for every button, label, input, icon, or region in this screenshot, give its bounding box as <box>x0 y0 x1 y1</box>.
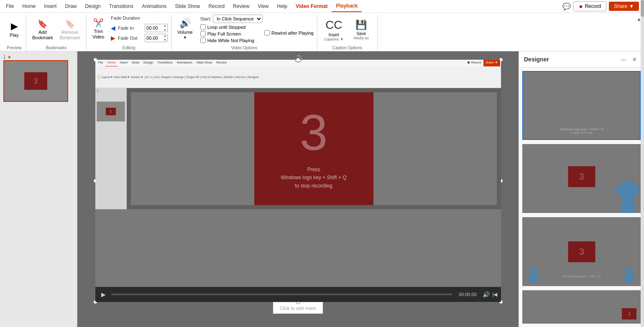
video-options-group-label: Video Options <box>231 45 258 51</box>
play-button[interactable]: ▶ Play <box>6 15 23 44</box>
volume-icon: 🔊 <box>179 18 191 29</box>
loop-checkbox[interactable] <box>200 24 206 30</box>
stop-text: to stop recording <box>281 182 346 190</box>
tab-help[interactable]: Help <box>273 0 291 12</box>
captions-sublabel: Captions ▼ <box>324 37 344 41</box>
shortcut-text: Windows logo key + Shift + Q <box>281 174 346 182</box>
start-label: Start: <box>200 16 211 21</box>
tab-record[interactable]: Record <box>204 0 229 12</box>
nested-main: 1 3 3 Press <box>95 88 501 209</box>
tab-review[interactable]: Review <box>229 0 253 12</box>
slide-big-number: 3 <box>300 107 328 157</box>
slide-1-thumbnail: 3 <box>3 60 68 102</box>
designer-thumb-1[interactable]: 3 Windows logo key + Shift + Q to stop r… <box>522 71 641 140</box>
tab-playback[interactable]: Playback <box>332 0 362 12</box>
captions-group-label: Caption Options <box>332 45 363 51</box>
save-media-button[interactable]: 💾 Save Media as <box>349 15 374 44</box>
rotate-handle[interactable] <box>294 55 302 63</box>
start-row: Start: In Click Sequence Automatically W… <box>200 15 263 23</box>
add-bookmark-button[interactable]: 🔖 AddBookmark <box>30 15 56 44</box>
record-label: Record <box>585 3 601 9</box>
fade-in-spinner[interactable]: ▲ ▼ <box>163 24 167 32</box>
add-bookmark-icon: 🔖 <box>37 19 48 29</box>
trim-label: TrimVideo <box>92 29 104 40</box>
canvas-area: File Home Insert Draw Design Transitions… <box>77 51 519 327</box>
slide-1-thumb[interactable]: 1 ★ 3 <box>3 55 74 102</box>
volume-ctrl-button[interactable]: 🔊 <box>483 291 490 298</box>
nested-tab-design: Design <box>141 60 155 66</box>
play-full-screen-checkbox[interactable] <box>200 31 206 36</box>
designer-scrollbar[interactable] <box>641 51 644 327</box>
start-select[interactable]: In Click Sequence Automatically When Cli… <box>213 15 263 23</box>
editing-group-label: Editing <box>123 45 135 51</box>
designer-thumb-2-arrow <box>616 180 641 213</box>
volume-button[interactable]: 🔊 Volume ▼ <box>175 15 195 43</box>
tab-animations[interactable]: Animations <box>138 0 171 12</box>
loop-label: Loop until Stopped <box>207 25 246 30</box>
tab-insert[interactable]: Insert <box>40 0 61 12</box>
insert-captions-button[interactable]: CC Insert Captions ▼ <box>321 15 347 44</box>
trim-icon: ✂️ <box>93 18 104 28</box>
mute-button[interactable]: |◀ <box>492 292 497 297</box>
time-label: 00:00.00 <box>455 292 480 297</box>
save-media-label: Save <box>356 31 366 36</box>
fade-in-input[interactable] <box>145 25 163 30</box>
ribbon-tabs: File Home Insert Draw Design Transitions… <box>0 0 644 13</box>
rewind-checkbox[interactable] <box>264 30 270 35</box>
top-right-area: 💬 ⏺ Record Share ▼ <box>562 1 642 11</box>
trim-video-button[interactable]: ✂️ TrimVideo <box>90 15 107 43</box>
tab-slideshow[interactable]: Slide Show <box>171 0 204 12</box>
slide-container: File Home Insert Draw Design Transitions… <box>95 60 501 302</box>
tab-file[interactable]: File <box>2 0 18 12</box>
nested-slide-panel: 1 3 <box>95 88 127 209</box>
share-button[interactable]: Share ▼ <box>609 2 639 11</box>
designer-close-btns: — ✕ <box>619 55 639 64</box>
designer-close-button[interactable]: ✕ <box>630 55 639 64</box>
fade-in-down[interactable]: ▼ <box>163 28 167 32</box>
remove-bookmark-button[interactable]: 🔖 RemoveBookmark <box>57 15 83 44</box>
fade-out-row: ▶ Fade Out: ▲ ▼ <box>111 34 168 42</box>
loop-row[interactable]: Loop until Stopped <box>200 24 263 30</box>
fade-controls: Fade Duration ◀ Fade In: ▲ ▼ <box>111 15 168 43</box>
share-chevron-icon: ▼ <box>629 3 634 9</box>
nested-thumb-num: 3 <box>110 109 112 114</box>
record-dot-icon: ⏺ <box>579 4 583 9</box>
designer-thumb-4[interactable]: 3 <box>522 290 641 324</box>
fade-out-input[interactable] <box>145 35 163 41</box>
designer-thumb-3[interactable]: 3 Windows logo key + Shift + Q <box>522 217 641 286</box>
fade-in-icon: ◀ <box>111 25 115 31</box>
fade-out-spinner[interactable]: ▲ ▼ <box>163 34 167 42</box>
designer-minimize-button[interactable]: — <box>619 55 628 64</box>
tab-transitions[interactable]: Transitions <box>105 0 138 12</box>
captions-label: Insert <box>329 33 339 37</box>
play-label: Play <box>10 33 18 38</box>
play-full-screen-row[interactable]: Play Full Screen <box>200 31 263 36</box>
tab-video-format[interactable]: Video Format <box>291 0 332 12</box>
record-button[interactable]: ⏺ Record <box>573 1 606 11</box>
group-captions: CC Insert Captions ▼ 💾 Save Media as Cap… <box>317 15 378 51</box>
fade-in-label: Fade In: <box>118 25 143 30</box>
fade-out-down[interactable]: ▼ <box>163 38 167 42</box>
fade-in-up[interactable]: ▲ <box>163 24 167 28</box>
tab-draw[interactable]: Draw <box>61 0 81 12</box>
ribbon-content: ▶ Play Preview 🔖 AddBookmark 🔖 RemoveBoo… <box>0 13 644 51</box>
hide-checkbox[interactable] <box>200 38 206 43</box>
designer-panel: Designer — ✕ 3 Windows logo key + Shift … <box>519 51 644 327</box>
tab-home[interactable]: Home <box>18 0 40 12</box>
preview-group-label: Preview <box>7 45 22 51</box>
tab-view[interactable]: View <box>253 0 273 12</box>
add-bookmark-label: AddBookmark <box>32 30 53 41</box>
rewind-section: Rewind after Playing <box>264 15 314 43</box>
hide-row[interactable]: Hide While Not Playing <box>200 38 263 43</box>
designer-thumb-2[interactable]: 3 <box>522 144 641 213</box>
play-ctrl-button[interactable]: ▶ <box>99 289 109 299</box>
fade-out-up[interactable]: ▲ <box>163 34 167 38</box>
tab-design[interactable]: Design <box>81 0 105 12</box>
fade-out-icon: ▶ <box>111 35 115 41</box>
volume-section: 🔊 Volume ▼ <box>175 15 195 43</box>
chat-icon[interactable]: 💬 <box>562 3 571 10</box>
progress-bar[interactable] <box>111 294 453 295</box>
rewind-row[interactable]: Rewind after Playing <box>264 30 314 35</box>
remove-bookmark-label: RemoveBookmark <box>60 30 81 41</box>
slide-thumb-inner: 3 <box>24 72 47 90</box>
